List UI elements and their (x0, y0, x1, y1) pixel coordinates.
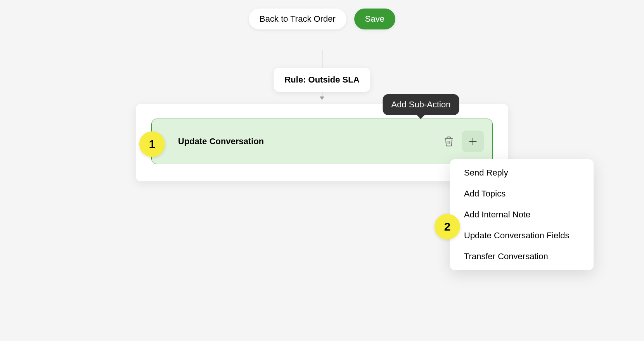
step-badge-1: 1 (139, 131, 165, 157)
sub-action-menu: Send Reply Add Topics Add Internal Note … (450, 159, 594, 270)
save-button[interactable]: Save (354, 9, 395, 29)
step-badge-2: 2 (435, 214, 460, 239)
menu-item-update-conversation-fields[interactable]: Update Conversation Fields (450, 225, 594, 246)
back-button[interactable]: Back to Track Order (249, 9, 346, 29)
delete-action-button[interactable] (438, 131, 460, 152)
action-title: Update Conversation (178, 136, 264, 146)
menu-item-add-internal-note[interactable]: Add Internal Note (450, 204, 594, 225)
connector-arrow (320, 92, 324, 100)
menu-item-transfer-conversation[interactable]: Transfer Conversation (450, 246, 594, 267)
connector-line-top (322, 50, 322, 68)
action-node[interactable]: 1 Update Conversation (151, 119, 493, 164)
toolbar: Back to Track Order Save (249, 9, 395, 29)
action-icons (438, 131, 484, 152)
menu-item-send-reply[interactable]: Send Reply (450, 162, 594, 183)
trash-icon (443, 136, 454, 147)
rule-node[interactable]: Rule: Outside SLA (274, 68, 370, 92)
add-sub-action-tooltip: Add Sub-Action (383, 94, 459, 115)
add-sub-action-button[interactable] (462, 131, 484, 152)
menu-item-add-topics[interactable]: Add Topics (450, 183, 594, 204)
plus-icon (467, 136, 478, 147)
